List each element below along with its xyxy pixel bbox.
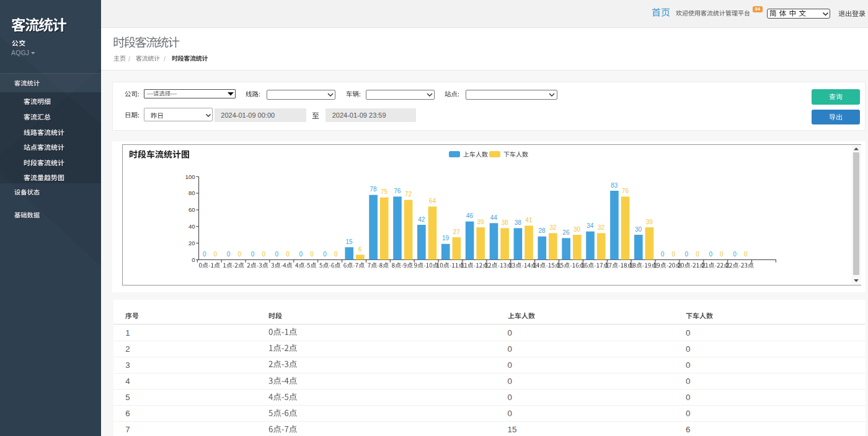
svg-text:80: 80 [188,190,195,196]
svg-text:72: 72 [405,191,412,198]
svg-text:0: 0 [203,250,206,257]
svg-text:0: 0 [661,250,665,257]
svg-text:0: 0 [696,250,699,257]
svg-text:0: 0 [275,250,279,257]
svg-text:78: 78 [370,186,377,193]
svg-text:30: 30 [574,225,581,232]
svg-text:0: 0 [286,250,290,257]
svg-text:32: 32 [598,224,605,230]
svg-text:0: 0 [262,250,265,257]
svg-text:28: 28 [539,227,546,234]
svg-text:40: 40 [188,223,195,230]
svg-text:0: 0 [251,250,255,257]
svg-text:42: 42 [418,216,425,222]
svg-text:30: 30 [635,225,642,232]
svg-text:27: 27 [453,228,461,235]
svg-text:0: 0 [310,250,314,257]
svg-text:32: 32 [549,224,557,230]
svg-text:20: 20 [188,239,195,246]
svg-text:0: 0 [323,250,327,257]
svg-text:0: 0 [720,250,724,257]
svg-text:39: 39 [646,218,653,225]
svg-text:44: 44 [490,214,498,220]
svg-text:41: 41 [525,216,533,223]
svg-text:76: 76 [622,187,629,194]
svg-text:64: 64 [429,198,436,204]
svg-text:83: 83 [611,181,618,188]
svg-text:75: 75 [381,188,388,195]
svg-text:0: 0 [227,250,231,257]
svg-text:46: 46 [466,212,474,219]
svg-text:26: 26 [562,229,570,235]
svg-text:39: 39 [477,218,485,225]
svg-text:0: 0 [214,250,218,257]
svg-text:100: 100 [185,173,195,180]
svg-text:38: 38 [501,219,508,225]
svg-text:6: 6 [358,245,362,252]
svg-text:34: 34 [587,222,594,229]
svg-text:19: 19 [442,235,450,242]
svg-text:38: 38 [515,219,522,225]
svg-text:0: 0 [733,250,737,257]
svg-text:76: 76 [394,187,401,194]
svg-text:0: 0 [334,250,338,257]
svg-text:0: 0 [744,250,748,257]
svg-text:0: 0 [238,250,242,257]
svg-text:0: 0 [671,250,675,257]
svg-text:60: 60 [188,206,195,213]
svg-text:0: 0 [192,256,195,263]
svg-text:15: 15 [345,238,353,245]
svg-text:0: 0 [709,250,712,257]
svg-text:0: 0 [685,250,689,257]
svg-text:0: 0 [299,250,303,257]
